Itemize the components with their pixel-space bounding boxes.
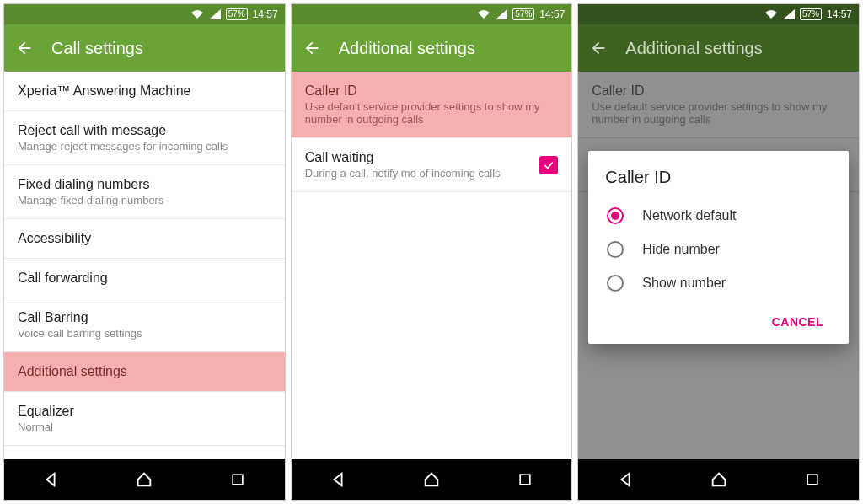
nav-bar: [578, 459, 859, 500]
radio-icon: [607, 241, 624, 258]
list-item-fixed-dialing[interactable]: Fixed dialing numbersManage fixed dialin…: [4, 165, 285, 219]
screen-additional-settings: 57% 14:57 Additional settings Caller ID …: [291, 3, 573, 501]
clock: 14:57: [253, 8, 278, 20]
call-waiting-checkbox[interactable]: [539, 156, 558, 174]
list-item-additional-settings[interactable]: Additional settings: [4, 352, 285, 392]
list-item-reject-message[interactable]: Reject call with messageManage reject me…: [4, 111, 285, 165]
nav-bar: [4, 459, 285, 500]
screen-caller-id-dialog: 57% 14:57 Additional settings Caller ID …: [577, 3, 860, 501]
radio-icon: [607, 207, 624, 224]
list-item-subtitle: Manage reject messages for incoming call…: [18, 140, 271, 153]
list-item-subtitle: During a call, notify me of incoming cal…: [305, 167, 501, 180]
nav-home-icon[interactable]: [707, 468, 731, 491]
list-item-subtitle: Normal: [18, 421, 271, 433]
list-item-call-barring[interactable]: Call BarringVoice call barring settings: [4, 298, 285, 352]
option-label: Hide number: [642, 242, 720, 257]
nav-back-icon[interactable]: [614, 468, 637, 491]
nav-home-icon[interactable]: [132, 468, 156, 491]
list-item-title: Call waiting: [305, 150, 501, 165]
option-hide-number[interactable]: Hide number: [605, 233, 832, 266]
list-item-subtitle: Voice call barring settings: [18, 327, 271, 340]
radio-icon: [607, 275, 624, 292]
app-bar: Additional settings: [292, 24, 572, 72]
battery-level: 57%: [512, 8, 534, 20]
screen-call-settings: 57% 14:57 Call settings Xperia™ Answerin…: [3, 3, 286, 501]
back-button[interactable]: [302, 38, 322, 58]
list-item-equalizer[interactable]: EqualizerNormal: [4, 392, 285, 446]
list-item-title: Caller ID: [305, 83, 559, 99]
app-bar: Call settings: [4, 24, 285, 72]
list-item-title: Caller ID: [592, 83, 845, 99]
dialog-title: Caller ID: [605, 168, 832, 187]
app-bar: Additional settings: [578, 24, 859, 72]
cancel-button[interactable]: CANCEL: [764, 308, 832, 335]
list-item-subtitle: Use default service provider settings to…: [305, 100, 559, 126]
signal-icon: [783, 9, 795, 19]
list-item-call-waiting[interactable]: Call waiting During a call, notify me of…: [292, 138, 572, 192]
list-item-subtitle: Use default service provider settings to…: [592, 100, 845, 126]
battery-level: 57%: [800, 8, 822, 20]
caller-id-dialog: Caller ID Network default Hide number Sh…: [588, 151, 849, 344]
svg-rect-2: [807, 475, 817, 485]
option-show-number[interactable]: Show number: [605, 266, 832, 300]
nav-recent-icon[interactable]: [226, 468, 249, 491]
list-item-call-forwarding[interactable]: Call forwarding: [4, 259, 285, 298]
list-item-caller-id: Caller ID Use default service provider s…: [578, 72, 859, 138]
status-bar: 57% 14:57: [578, 4, 859, 24]
page-title: Additional settings: [339, 39, 475, 58]
status-bar: 57% 14:57: [292, 4, 572, 24]
svg-rect-0: [233, 475, 243, 485]
option-label: Network default: [642, 208, 736, 223]
list-item-title: Call Barring: [18, 310, 271, 325]
option-label: Show number: [642, 276, 726, 291]
wifi-icon: [190, 9, 204, 19]
nav-back-icon[interactable]: [326, 468, 350, 491]
nav-back-icon[interactable]: [39, 468, 62, 491]
list-item-title: Additional settings: [18, 364, 271, 379]
clock: 14:57: [827, 8, 852, 20]
clock: 14:57: [539, 8, 565, 20]
svg-rect-1: [520, 475, 530, 485]
list-item-answering-machine[interactable]: Xperia™ Answering Machine: [4, 72, 285, 111]
page-title: Call settings: [51, 39, 143, 58]
list-item-title: Fixed dialing numbers: [18, 177, 271, 192]
nav-recent-icon[interactable]: [513, 468, 537, 491]
battery-level: 57%: [226, 8, 248, 20]
back-button[interactable]: [588, 38, 608, 58]
list-item-subtitle: Manage fixed dialing numbers: [18, 194, 271, 206]
list-item-title: Xperia™ Answering Machine: [18, 83, 271, 99]
page-title: Additional settings: [625, 39, 762, 58]
wifi-icon: [477, 9, 490, 19]
signal-icon: [209, 9, 221, 19]
list-item-title: Reject call with message: [18, 123, 271, 138]
option-network-default[interactable]: Network default: [605, 199, 832, 233]
list-item-title: Call forwarding: [18, 271, 271, 286]
list-item-caller-id[interactable]: Caller ID Use default service provider s…: [292, 72, 572, 138]
nav-home-icon[interactable]: [420, 468, 443, 491]
settings-list: Xperia™ Answering Machine Reject call wi…: [4, 72, 285, 459]
nav-recent-icon[interactable]: [801, 468, 824, 491]
list-item-title: Accessibility: [18, 231, 271, 246]
list-item-accessibility[interactable]: Accessibility: [4, 219, 285, 259]
wifi-icon: [764, 9, 778, 19]
nav-bar: [292, 459, 572, 500]
settings-list: Caller ID Use default service provider s…: [292, 72, 572, 459]
list-item-title: Equalizer: [18, 404, 271, 419]
signal-icon: [496, 9, 507, 19]
status-bar: 57% 14:57: [4, 4, 285, 24]
back-button[interactable]: [14, 38, 35, 58]
